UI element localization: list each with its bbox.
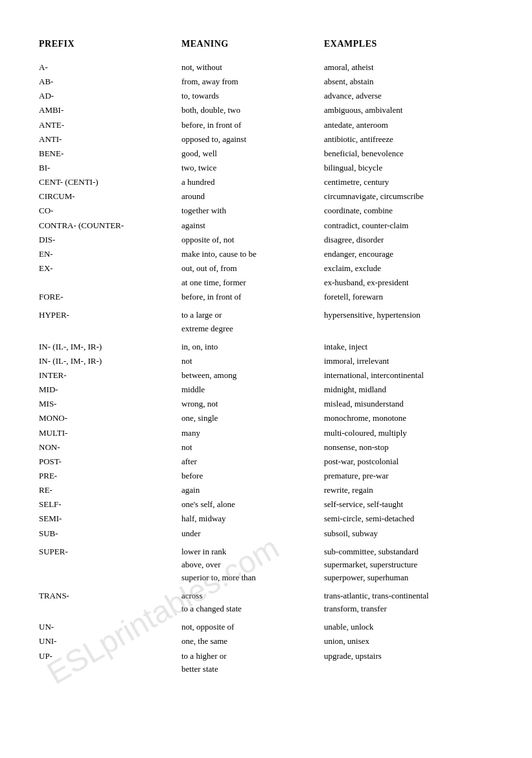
table-row: AMBI-both, double, twoambiguous, ambival…: [39, 104, 493, 117]
prefix-cell: HYPER-: [39, 309, 181, 335]
meaning-cell: under: [181, 527, 324, 540]
meaning-cell: middle: [181, 383, 324, 396]
table-row: MULTI-manymulti-coloured, multiply: [39, 427, 493, 440]
table-row: RE-againrewrite, regain: [39, 484, 493, 497]
examples-cell: upgrade, upstairs: [324, 650, 493, 676]
examples-cell: multi-coloured, multiply: [324, 427, 493, 440]
prefix-cell: MULTI-: [39, 427, 181, 440]
examples-cell: union, unisex: [324, 635, 493, 648]
meaning-cell: two, twice: [181, 161, 324, 174]
meaning-cell: one, single: [181, 412, 324, 425]
table-row: SUB-undersubsoil, subway: [39, 527, 493, 540]
table-row: CONTRA- (COUNTER-againstcontradict, coun…: [39, 219, 493, 232]
table-row: INTER-between, amonginternational, inter…: [39, 369, 493, 382]
examples-cell: mislead, misunderstand: [324, 397, 493, 410]
meaning-cell: half, midway: [181, 512, 324, 525]
table-row: HYPER-to a large or extreme degreehypers…: [39, 309, 493, 335]
prefix-cell: TRANS-: [39, 589, 181, 615]
examples-cell: intake, inject: [324, 340, 493, 353]
examples-cell: absent, abstain: [324, 75, 493, 88]
meaning-cell: opposite of, not: [181, 233, 324, 246]
examples-cell: advance, adverse: [324, 89, 493, 102]
examples-cell: bilingual, bicycle: [324, 161, 493, 174]
prefix-cell: NON-: [39, 441, 181, 454]
prefix-cell: UNI-: [39, 635, 181, 648]
table-row: MONO-one, singlemonochrome, monotone: [39, 412, 493, 425]
table-row: IN- (IL-, IM-, IR-)in, on, intointake, i…: [39, 340, 493, 353]
prefix-cell: AMBI-: [39, 104, 181, 117]
examples-cell: contradict, counter-claim: [324, 219, 493, 232]
prefix-cell: INTER-: [39, 369, 181, 382]
prefix-cell: CONTRA- (COUNTER-: [39, 219, 181, 232]
prefix-cell: BI-: [39, 161, 181, 174]
table-row: NON-notnonsense, non-stop: [39, 441, 493, 454]
meaning-cell: again: [181, 484, 324, 497]
meaning-cell: one, the same: [181, 635, 324, 648]
table-row: PRE-beforepremature, pre-war: [39, 469, 493, 482]
meaning-cell: before, in front of: [181, 119, 324, 132]
meaning-cell: against: [181, 219, 324, 232]
prefix-cell: BENE-: [39, 147, 181, 160]
meaning-cell: before: [181, 469, 324, 482]
examples-cell: trans-atlantic, trans-continental transf…: [324, 589, 493, 615]
examples-header: EXAMPLES: [324, 39, 493, 49]
table-row: TRANS-across to a changed statetrans-atl…: [39, 589, 493, 615]
examples-cell: post-war, postcolonial: [324, 455, 493, 468]
meaning-cell: one's self, alone: [181, 498, 324, 511]
meaning-cell: many: [181, 427, 324, 440]
examples-cell: amoral, atheist: [324, 61, 493, 74]
table-row: CIRCUM-aroundcircumnavigate, circumscrib…: [39, 190, 493, 203]
prefix-cell: CO-: [39, 204, 181, 217]
examples-cell: coordinate, combine: [324, 204, 493, 217]
examples-cell: sub-committee, substandard supermarket, …: [324, 545, 493, 584]
table-row: EX-out, out of, fromexclaim, exclude: [39, 262, 493, 275]
examples-cell: ex-husband, ex-president: [324, 276, 493, 289]
examples-cell: international, intercontinental: [324, 369, 493, 382]
examples-cell: unable, unlock: [324, 621, 493, 634]
prefix-cell: EX-: [39, 262, 181, 275]
meaning-cell: before, in front of: [181, 290, 324, 303]
prefix-cell: MIS-: [39, 397, 181, 410]
prefix-cell: CENT- (CENTI-): [39, 176, 181, 189]
meaning-cell: make into, cause to be: [181, 248, 324, 261]
prefix-cell: AD-: [39, 89, 181, 102]
meaning-cell: not, opposite of: [181, 621, 324, 634]
prefix-cell: MID-: [39, 383, 181, 396]
table-row: UNI-one, the sameunion, unisex: [39, 635, 493, 648]
prefix-cell: FORE-: [39, 290, 181, 303]
examples-cell: premature, pre-war: [324, 469, 493, 482]
prefix-cell: SUB-: [39, 527, 181, 540]
examples-cell: midnight, midland: [324, 383, 493, 396]
table-row: IN- (IL-, IM-, IR-)notimmoral, irrelevan…: [39, 355, 493, 368]
table-row: SEMI-half, midwaysemi-circle, semi-detac…: [39, 512, 493, 525]
table-row: POST-afterpost-war, postcolonial: [39, 455, 493, 468]
meaning-cell: between, among: [181, 369, 324, 382]
table-header: PREFIX MEANING EXAMPLES: [39, 39, 493, 49]
examples-cell: circumnavigate, circumscribe: [324, 190, 493, 203]
prefix-cell: CIRCUM-: [39, 190, 181, 203]
prefix-cell: SELF-: [39, 498, 181, 511]
examples-cell: semi-circle, semi-detached: [324, 512, 493, 525]
table-row: CENT- (CENTI-)a hundredcentimetre, centu…: [39, 176, 493, 189]
prefix-cell: ANTE-: [39, 119, 181, 132]
examples-cell: monochrome, monotone: [324, 412, 493, 425]
examples-cell: endanger, encourage: [324, 248, 493, 261]
prefix-cell: UP-: [39, 650, 181, 676]
prefix-cell: [39, 276, 181, 289]
meaning-cell: both, double, two: [181, 104, 324, 117]
examples-cell: antedate, anteroom: [324, 119, 493, 132]
meaning-header: MEANING: [181, 39, 324, 49]
meaning-cell: at one time, former: [181, 276, 324, 289]
table-row: DIS-opposite of, notdisagree, disorder: [39, 233, 493, 246]
meaning-cell: not: [181, 441, 324, 454]
examples-cell: antibiotic, antifreeze: [324, 133, 493, 146]
main-table: PREFIX MEANING EXAMPLES A-not, withoutam…: [39, 39, 493, 677]
examples-cell: nonsense, non-stop: [324, 441, 493, 454]
table-row: at one time, formerex-husband, ex-presid…: [39, 276, 493, 289]
meaning-cell: to, towards: [181, 89, 324, 102]
meaning-cell: to a higher or better state: [181, 650, 324, 676]
table-row: SUPER-lower in rank above, over superior…: [39, 545, 493, 584]
examples-cell: foretell, forewarn: [324, 290, 493, 303]
meaning-cell: in, on, into: [181, 340, 324, 353]
table-row: MIS-wrong, notmislead, misunderstand: [39, 397, 493, 410]
